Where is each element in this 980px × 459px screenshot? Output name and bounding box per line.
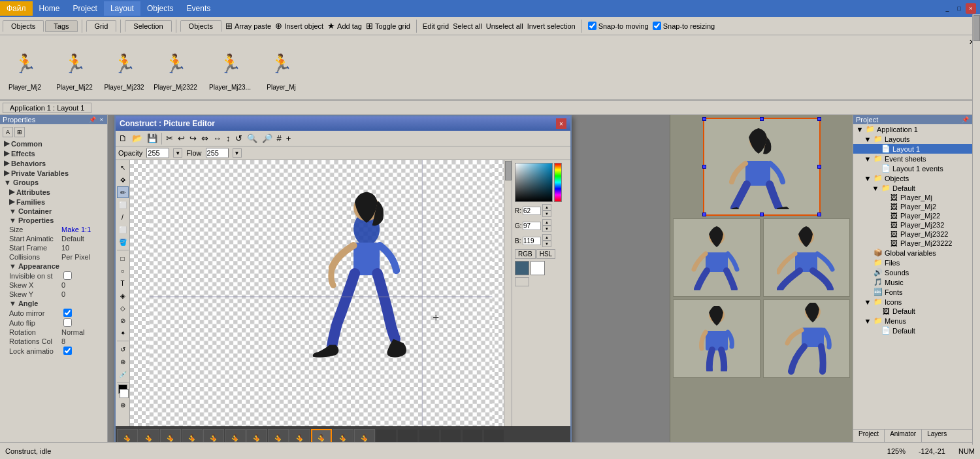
crosshair-tool[interactable]: ⊕ <box>117 399 129 411</box>
tree-layout1-events[interactable]: 📄 Layout 1 events <box>853 163 980 173</box>
panel-close-btn[interactable]: × <box>99 116 105 123</box>
insert-object-btn[interactable]: ⊕ Insert object <box>275 21 323 31</box>
handle-tm[interactable] <box>760 117 764 121</box>
scrollbar-thumb-v[interactable] <box>505 161 512 180</box>
colorpick-tool[interactable]: 💉 <box>117 368 129 380</box>
tree-icons[interactable]: ▼ 📁 Icons <box>853 297 980 307</box>
flow-input[interactable] <box>206 148 229 158</box>
tree-menus-default[interactable]: 📄 Default <box>853 326 980 335</box>
section-behaviors[interactable]: ▶ Behaviors <box>1 158 106 168</box>
section-angle[interactable]: ▼ Angle <box>7 299 106 308</box>
hflip-btn[interactable]: ↔ <box>211 132 223 144</box>
resize-btn[interactable]: ⇔ <box>199 132 210 144</box>
multiselect-tool[interactable]: ⬜ <box>117 199 129 211</box>
frame-7[interactable]: 🏃 <box>268 429 289 443</box>
section-common[interactable]: ▶ Common <box>1 139 106 148</box>
sprite-selected-cell[interactable] <box>703 118 821 216</box>
zoom-in-btn[interactable]: 🔍 <box>245 132 259 144</box>
tree-player-mj232[interactable]: 🖼 Player_Mj232 <box>853 220 980 230</box>
tree-layouts[interactable]: ▼ 📁 Layouts <box>853 134 980 144</box>
maximize-btn[interactable]: □ <box>954 3 964 14</box>
zoom-out-btn[interactable]: 🔎 <box>260 132 274 144</box>
handle-ml[interactable] <box>702 165 706 169</box>
frame-4[interactable]: 🏃 <box>203 429 224 443</box>
section-properties[interactable]: ▼ Properties <box>7 216 106 225</box>
frame-8[interactable]: 🏃 <box>289 429 310 443</box>
add-tag-btn[interactable]: ★ Add tag <box>327 21 362 31</box>
object-item-player-mj[interactable]: 🏃 Player_Mj <box>263 44 299 91</box>
r-up-btn[interactable]: ▲ <box>542 204 551 211</box>
tree-global-vars[interactable]: 📦 Global variables <box>853 248 980 258</box>
frame-empty-1[interactable] <box>376 429 397 443</box>
sharpen-tool[interactable]: ◇ <box>117 302 129 314</box>
tree-player-mj2[interactable]: 🖼 Player_Mj2 <box>853 202 980 211</box>
opacity-input[interactable] <box>146 148 169 158</box>
lock-anim-checkbox[interactable] <box>63 347 72 355</box>
toggle-grid-btn[interactable]: ⊞ Toggle grid <box>366 21 410 31</box>
select-tool[interactable]: ↖ <box>117 162 129 173</box>
wand-tool[interactable]: ✦ <box>117 327 129 339</box>
minimize-btn[interactable]: _ <box>942 3 953 14</box>
rgb-tab[interactable]: RGB <box>515 249 536 259</box>
frame-11[interactable]: 🏃 <box>354 429 375 443</box>
frame-1[interactable]: 🏃 <box>139 429 159 443</box>
invert-selection-btn[interactable]: Invert selection <box>527 22 576 30</box>
fill-tool[interactable]: 🪣 <box>117 236 129 248</box>
tree-files[interactable]: 📁 Files <box>853 258 980 267</box>
tree-app1[interactable]: ▼ 📁 Application 1 <box>853 124 980 134</box>
tree-icons-default[interactable]: 🖼 Default <box>853 307 980 316</box>
events-menu[interactable]: Events <box>180 1 218 16</box>
sprite-cell-2[interactable] <box>673 218 760 297</box>
auto-flip-checkbox[interactable] <box>63 318 72 327</box>
section-container[interactable]: ▼ Container <box>7 207 106 216</box>
frame-3[interactable]: 🏃 <box>182 429 203 443</box>
tree-menus[interactable]: ▼ 📁 Menus <box>853 316 980 326</box>
section-families[interactable]: ▶ Families <box>7 197 106 207</box>
handle-bl[interactable] <box>702 212 706 216</box>
close-btn[interactable]: × <box>966 3 976 14</box>
dialog-title-bar[interactable]: Construct : Picture Editor × <box>116 116 570 131</box>
b-down-btn[interactable]: ▼ <box>542 241 551 247</box>
home-menu[interactable]: Home <box>33 1 67 16</box>
circle-tool[interactable]: ○ <box>117 265 129 277</box>
dialog-close-btn[interactable]: × <box>556 118 566 129</box>
tab-objects2[interactable]: Objects <box>180 20 221 32</box>
tab-tags[interactable]: Tags <box>45 20 77 32</box>
unselect-all-btn[interactable]: Unselect all <box>486 22 523 30</box>
breadcrumb[interactable]: Application 1 : Layout 1 <box>3 103 91 113</box>
section-attributes[interactable]: ▶ Attributes <box>7 187 106 197</box>
edit-grid-btn[interactable]: Edit grid <box>423 22 449 30</box>
array-paste-btn[interactable]: ⊞ Array paste <box>225 21 271 31</box>
tree-default-group[interactable]: ▼ 📁 Default <box>853 183 980 193</box>
blur-tool[interactable]: ◈ <box>117 290 129 301</box>
new-btn[interactable]: 🗋 <box>117 132 129 144</box>
hsl-tab[interactable]: HSL <box>536 249 555 259</box>
sprite-cell-5[interactable] <box>763 299 851 378</box>
tab-selection[interactable]: Selection <box>125 20 171 32</box>
frame-empty-6[interactable] <box>483 429 504 443</box>
smear-tool[interactable]: ⊛ <box>117 356 129 367</box>
sort-group-btn[interactable]: ⊞ <box>14 127 25 137</box>
flow-down-btn[interactable]: ▼ <box>233 148 242 158</box>
frame-9-selected[interactable]: 🏃 <box>311 429 332 443</box>
invisible-checkbox[interactable] <box>63 271 72 280</box>
object-item-player-mj232[interactable]: 🏃 Player_Mj232 <box>105 44 144 91</box>
frame-empty-5[interactable] <box>462 429 483 443</box>
project-pin-btn[interactable]: 📌 <box>960 116 970 123</box>
snap-moving-check[interactable]: Snap-to moving <box>588 22 649 30</box>
frame-0[interactable]: 🏃 <box>117 429 138 443</box>
color-replace-tool[interactable]: ⊘ <box>117 314 129 326</box>
sprite-cell-3[interactable] <box>763 218 851 297</box>
canvas[interactable]: + <box>130 160 512 426</box>
section-effects[interactable]: ▶ Effects <box>1 148 106 158</box>
line-tool[interactable]: / <box>117 211 129 223</box>
rotate-btn[interactable]: ↺ <box>233 132 244 144</box>
opacity-down-btn[interactable]: ▼ <box>173 148 182 158</box>
rect-tool[interactable]: □ <box>117 252 129 264</box>
file-menu[interactable]: Файл <box>0 1 33 16</box>
section-groups[interactable]: ▼ Groups <box>1 178 106 187</box>
g-down-btn[interactable]: ▼ <box>542 226 551 232</box>
tree-objects[interactable]: ▼ 📁 Objects <box>853 173 980 183</box>
alpha-swatch[interactable] <box>515 277 529 286</box>
sort-az-btn[interactable]: A <box>3 127 13 137</box>
